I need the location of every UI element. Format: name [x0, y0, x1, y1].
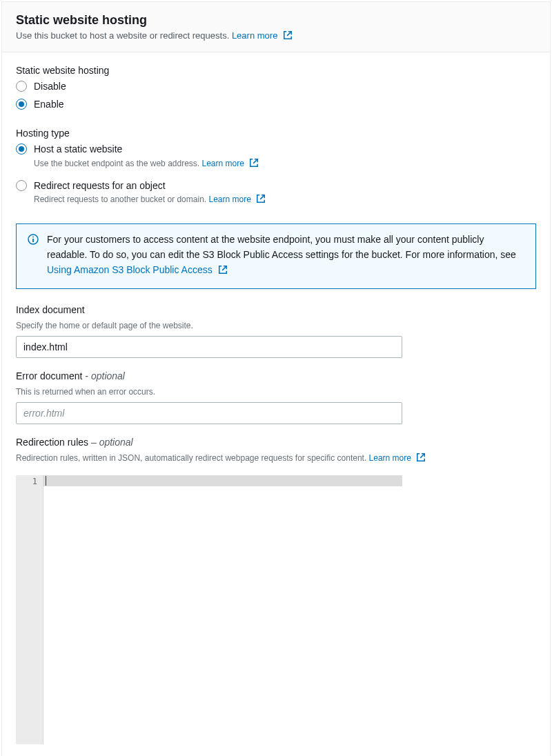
static-hosting-panel: Static website hosting Use this bucket t…: [1, 1, 551, 756]
external-link-icon: [416, 452, 426, 466]
index-document-input[interactable]: [16, 336, 402, 358]
panel-header: Static website hosting Use this bucket t…: [2, 2, 550, 52]
external-link-icon: [249, 158, 259, 171]
external-link-icon: [218, 264, 228, 279]
panel-body: Static website hosting Disable Enable Ho…: [2, 52, 550, 756]
hosting-type-group: Hosting type Host a static website Use t…: [16, 128, 536, 207]
panel-title: Static website hosting: [16, 13, 536, 28]
hosting-type-label: Hosting type: [16, 128, 536, 139]
info-icon: [28, 234, 39, 247]
radio-icon: [16, 143, 27, 155]
radio-icon: [16, 180, 27, 191]
redir-learn-more-link[interactable]: Learn more: [369, 453, 426, 463]
radio-disable[interactable]: Disable: [16, 80, 536, 94]
redirection-rules-label: Redirection rules – optional: [16, 437, 536, 448]
radio-redirect[interactable]: Redirect requests for an object Redirect…: [16, 179, 536, 208]
editor-gutter: 1: [16, 475, 43, 744]
index-document-label: Index document: [16, 304, 536, 315]
radio-icon: [16, 81, 27, 92]
hosting-toggle-label: Static website hosting: [16, 65, 536, 76]
editor-cursor: [46, 476, 46, 486]
index-document-group: Index document Specify the home or defau…: [16, 304, 536, 358]
editor-code-area[interactable]: [43, 475, 402, 744]
redirection-rules-editor[interactable]: 1: [16, 475, 402, 744]
redirection-rules-help: Redirection rules, written in JSON, auto…: [16, 452, 536, 466]
radio-host-static[interactable]: Host a static website Use the bucket end…: [16, 143, 536, 171]
active-line-highlight: [43, 475, 402, 486]
static-learn-more-link[interactable]: Learn more: [202, 159, 259, 168]
redirection-rules-group: Redirection rules – optional Redirection…: [16, 437, 536, 466]
info-text: For your customers to access content at …: [47, 232, 524, 279]
error-document-group: Error document - optional This is return…: [16, 370, 536, 424]
block-public-access-link[interactable]: Using Amazon S3 Block Public Access: [47, 264, 228, 275]
public-access-info-box: For your customers to access content at …: [16, 223, 536, 289]
hosting-toggle-group: Static website hosting Disable Enable: [16, 65, 536, 111]
external-link-icon: [283, 30, 293, 42]
external-link-icon: [256, 194, 266, 207]
error-document-label: Error document - optional: [16, 370, 536, 381]
radio-icon: [16, 99, 27, 110]
svg-point-2: [32, 237, 34, 238]
error-document-help: This is returned when an error occurs.: [16, 386, 536, 398]
index-document-help: Specify the home or default page of the …: [16, 319, 536, 332]
panel-subtitle: Use this bucket to host a website or red…: [16, 30, 536, 42]
error-document-input[interactable]: [16, 402, 402, 424]
line-number: 1: [16, 475, 37, 486]
radio-enable[interactable]: Enable: [16, 98, 536, 112]
redirect-learn-more-link[interactable]: Learn more: [208, 195, 266, 204]
header-learn-more-link[interactable]: Learn more: [232, 30, 293, 41]
